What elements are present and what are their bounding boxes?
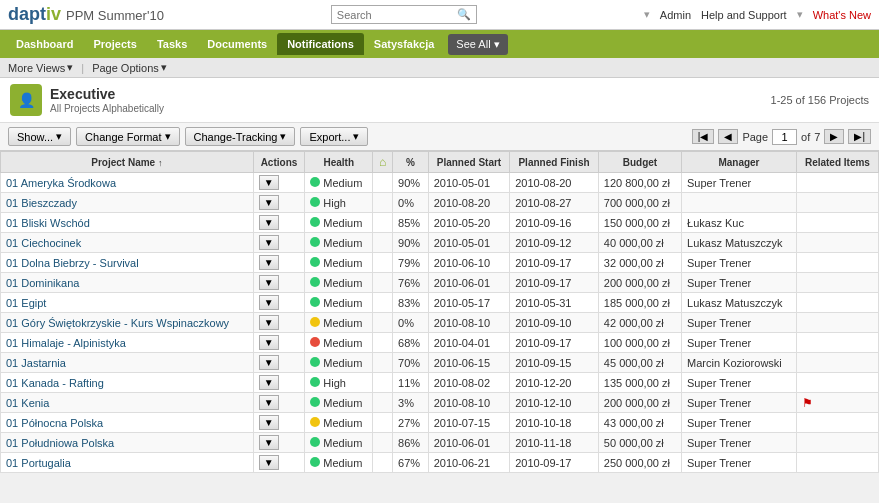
table-row: 01 Ameryka Środkowa ▼ Medium 90% 2010-05…: [1, 173, 879, 193]
table-row: 01 Jastarnia ▼ Medium 70% 2010-06-15 201…: [1, 353, 879, 373]
nav-item-projects[interactable]: Projects: [83, 33, 146, 55]
project-link[interactable]: 01 Bliski Wschód: [6, 217, 90, 229]
project-link[interactable]: 01 Himalaje - Alpinistyka: [6, 337, 126, 349]
project-link[interactable]: 01 Jastarnia: [6, 357, 66, 369]
nav-item-documents[interactable]: Documents: [197, 33, 277, 55]
project-link[interactable]: 01 Ameryka Środkowa: [6, 177, 116, 189]
nav-item-tasks[interactable]: Tasks: [147, 33, 197, 55]
prev-page-button[interactable]: ◀: [718, 129, 738, 144]
budget-cell: 200 000,00 zł: [598, 393, 681, 413]
nav-item-dashboard[interactable]: Dashboard: [6, 33, 83, 55]
action-dropdown[interactable]: ▼: [259, 315, 279, 330]
action-dropdown[interactable]: ▼: [259, 435, 279, 450]
related-items-cell: [796, 433, 878, 453]
project-link[interactable]: 01 Kenia: [6, 397, 49, 409]
project-link[interactable]: 01 Kanada - Rafting: [6, 377, 104, 389]
actions-cell: ▼: [253, 433, 304, 453]
actions-cell: ▼: [253, 253, 304, 273]
page-input[interactable]: [772, 129, 797, 145]
actions-cell: ▼: [253, 213, 304, 233]
budget-cell: 40 000,00 zł: [598, 233, 681, 253]
col-manager[interactable]: Manager: [682, 152, 797, 173]
project-name-cell: 01 Północna Polska: [1, 413, 254, 433]
planned-finish-cell: 2010-09-15: [510, 353, 599, 373]
actions-cell: ▼: [253, 413, 304, 433]
show-button[interactable]: Show... ▾: [8, 127, 71, 146]
project-link[interactable]: 01 Ciechocinek: [6, 237, 81, 249]
col-percent[interactable]: %: [393, 152, 429, 173]
chevron-down-icon: ▾: [67, 61, 73, 74]
col-budget[interactable]: Budget: [598, 152, 681, 173]
action-dropdown[interactable]: ▼: [259, 255, 279, 270]
project-link[interactable]: 01 Dolna Biebrzy - Survival: [6, 257, 139, 269]
health-label: Medium: [323, 417, 362, 429]
nav-item-notifications[interactable]: Notifications: [277, 33, 364, 55]
action-dropdown[interactable]: ▼: [259, 415, 279, 430]
action-dropdown[interactable]: ▼: [259, 455, 279, 470]
planned-finish-cell: 2010-08-27: [510, 193, 599, 213]
action-dropdown[interactable]: ▼: [259, 275, 279, 290]
more-views-button[interactable]: More Views ▾: [8, 61, 73, 74]
action-dropdown[interactable]: ▼: [259, 335, 279, 350]
flag-icon: ⚑: [802, 396, 813, 410]
action-dropdown[interactable]: ▼: [259, 195, 279, 210]
search-icon[interactable]: 🔍: [457, 8, 471, 21]
see-all-button[interactable]: See All ▾: [448, 34, 507, 55]
planned-finish-cell: 2010-09-10: [510, 313, 599, 333]
col-actions: Actions: [253, 152, 304, 173]
admin-link[interactable]: Admin: [660, 9, 691, 21]
project-link[interactable]: 01 Portugalia: [6, 457, 71, 469]
action-dropdown[interactable]: ▼: [259, 355, 279, 370]
action-dropdown[interactable]: ▼: [259, 215, 279, 230]
project-link[interactable]: 01 Bieszczady: [6, 197, 77, 209]
col-project-name[interactable]: Project Name ↑: [1, 152, 254, 173]
action-dropdown[interactable]: ▼: [259, 295, 279, 310]
whats-new-link[interactable]: What's New: [813, 9, 871, 21]
action-dropdown[interactable]: ▼: [259, 375, 279, 390]
nav-item-satysfakcja[interactable]: Satysfakcja: [364, 33, 445, 55]
health-indicator: [310, 397, 320, 407]
planned-finish-cell: 2010-09-17: [510, 333, 599, 353]
home-cell: [373, 393, 393, 413]
search-box: 🔍: [331, 5, 477, 24]
col-related-items[interactable]: Related Items: [796, 152, 878, 173]
of-label: of: [801, 131, 810, 143]
action-dropdown[interactable]: ▼: [259, 395, 279, 410]
project-link[interactable]: 01 Południowa Polska: [6, 437, 114, 449]
search-input[interactable]: [337, 9, 457, 21]
table-row: 01 Portugalia ▼ Medium 67% 2010-06-21 20…: [1, 453, 879, 473]
health-cell: Medium: [305, 213, 373, 233]
planned-start-cell: 2010-05-01: [428, 233, 509, 253]
help-link[interactable]: Help and Support: [701, 9, 787, 21]
export-button[interactable]: Export... ▾: [300, 127, 368, 146]
col-health[interactable]: Health: [305, 152, 373, 173]
col-planned-start[interactable]: Planned Start: [428, 152, 509, 173]
page-options-button[interactable]: Page Options ▾: [92, 61, 167, 74]
health-indicator: [310, 197, 320, 207]
actions-cell: ▼: [253, 273, 304, 293]
project-link[interactable]: 01 Północna Polska: [6, 417, 103, 429]
project-name-cell: 01 Dolna Biebrzy - Survival: [1, 253, 254, 273]
home-cell: [373, 373, 393, 393]
first-page-button[interactable]: |◀: [692, 129, 715, 144]
project-name-cell: 01 Portugalia: [1, 453, 254, 473]
health-indicator: [310, 357, 320, 367]
related-items-cell: [796, 193, 878, 213]
manager-cell: Lukasz Matuszczyk: [682, 293, 797, 313]
page-title-block: Executive All Projects Alphabetically: [50, 86, 164, 114]
next-page-button[interactable]: ▶: [824, 129, 844, 144]
change-tracking-button[interactable]: Change-Tracking ▾: [185, 127, 296, 146]
col-planned-finish[interactable]: Planned Finish: [510, 152, 599, 173]
change-format-button[interactable]: Change Format ▾: [76, 127, 179, 146]
home-cell: [373, 313, 393, 333]
action-dropdown[interactable]: ▼: [259, 175, 279, 190]
health-cell: Medium: [305, 293, 373, 313]
actions-cell: ▼: [253, 333, 304, 353]
planned-start-cell: 2010-07-15: [428, 413, 509, 433]
action-dropdown[interactable]: ▼: [259, 235, 279, 250]
last-page-button[interactable]: ▶|: [848, 129, 871, 144]
table-row: 01 Dominikana ▼ Medium 76% 2010-06-01 20…: [1, 273, 879, 293]
project-link[interactable]: 01 Góry Świętokrzyskie - Kurs Wspinaczko…: [6, 317, 229, 329]
project-link[interactable]: 01 Egipt: [6, 297, 46, 309]
project-link[interactable]: 01 Dominikana: [6, 277, 79, 289]
